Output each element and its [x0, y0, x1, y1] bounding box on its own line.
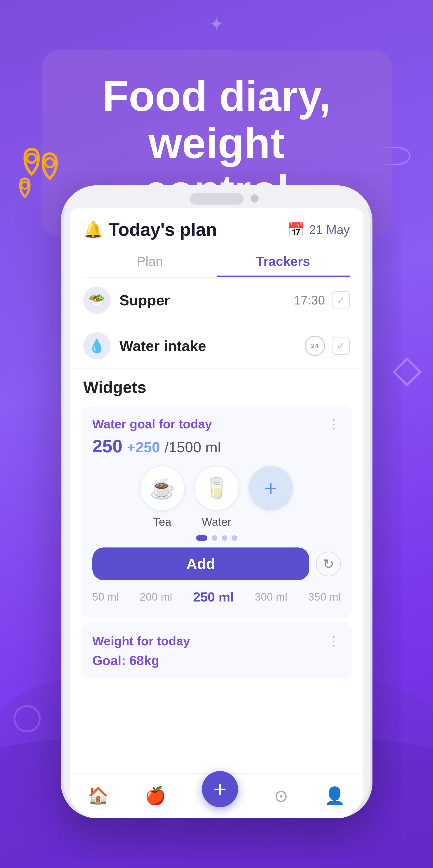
add-water-button[interactable]: Add: [92, 548, 309, 580]
amount-200[interactable]: 200 ml: [140, 591, 172, 603]
page-title: Today's plan: [109, 219, 217, 240]
add-drink-item[interactable]: +: [248, 466, 293, 528]
nav-add-button[interactable]: +: [202, 771, 238, 807]
top-bar-left: 🔔 Today's plan: [84, 219, 217, 240]
water-intake-list-item[interactable]: 💧 Water intake 24 ✓: [70, 323, 363, 369]
phone-content: 🔔 Today's plan 📅 21 May Plan Trackers 🥗 …: [70, 208, 363, 802]
profile-icon: 👤: [324, 786, 345, 806]
tab-trackers[interactable]: Trackers: [216, 247, 350, 277]
nav-home[interactable]: 🏠: [88, 786, 109, 806]
amount-300[interactable]: 300 ml: [255, 591, 287, 603]
water-circle: 🥛: [194, 466, 239, 511]
tabs-bar: Plan Trackers: [84, 247, 350, 278]
water-widget-card: Water goal for today ⋮ 250 +250 /1500 ml…: [81, 405, 352, 618]
weight-goal: Goal: 68kg: [92, 653, 341, 668]
bell-icon: 🔔: [84, 220, 103, 239]
weight-widget-menu[interactable]: ⋮: [328, 634, 341, 648]
current-amount: 250: [92, 436, 123, 457]
phone-notch-area: [61, 185, 372, 208]
water-intake-label: Water intake: [120, 338, 305, 354]
tab-plan[interactable]: Plan: [84, 247, 216, 277]
phone-mockup: 🔔 Today's plan 📅 21 May Plan Trackers 🥗 …: [61, 185, 372, 818]
top-bar: 🔔 Today's plan 📅 21 May: [70, 208, 363, 247]
calendar-icon: 📅: [288, 222, 304, 238]
water-amounts-row: 250 +250 /1500 ml: [92, 436, 341, 457]
nav-food[interactable]: 🍎: [145, 786, 166, 806]
amount-250[interactable]: 250 ml: [193, 589, 234, 604]
water-drop-icon: 💧: [88, 338, 105, 354]
dot-4: [232, 535, 237, 541]
supper-label: Supper: [120, 292, 294, 309]
water-widget-menu[interactable]: ⋮: [328, 417, 341, 431]
date-area: 📅 21 May: [288, 222, 349, 238]
tea-drink-item[interactable]: ☕ Tea: [140, 466, 185, 528]
quick-amounts-row: 50 ml 200 ml 250 ml 300 ml 350 ml: [92, 587, 341, 607]
amount-50[interactable]: 50 ml: [92, 591, 119, 603]
refresh-button[interactable]: ↻: [316, 552, 341, 577]
nav-stats[interactable]: ⊙: [274, 786, 288, 806]
water-icon-wrap: 💧: [84, 332, 110, 360]
supper-checkbox[interactable]: ✓: [332, 291, 350, 309]
drink-options: ☕ Tea 🥛 Water +: [92, 466, 341, 528]
phone-camera: [251, 194, 259, 203]
weight-widget-title: Weight for today: [92, 634, 190, 648]
water-label: Water: [202, 515, 232, 528]
plus-amount: +250: [127, 439, 160, 456]
dot-1: [196, 535, 207, 541]
supper-time: 17:30: [294, 293, 325, 307]
supper-list-item[interactable]: 🥗 Supper 17:30 ✓: [70, 278, 363, 323]
dot-3: [222, 535, 227, 541]
tea-label: Tea: [153, 515, 171, 528]
date-label: 21 May: [309, 222, 349, 237]
dot-2: [212, 535, 217, 541]
svg-point-1: [45, 158, 54, 167]
star-decoration: ✦: [209, 13, 224, 35]
tea-circle: ☕: [140, 466, 185, 511]
weight-widget-card: Weight for today ⋮ Goal: 68kg: [81, 622, 352, 679]
total-amount: /1500 ml: [164, 439, 221, 456]
water-widget-title: Water goal for today: [92, 417, 212, 431]
svg-point-0: [27, 154, 36, 163]
home-icon: 🏠: [88, 786, 109, 806]
svg-point-2: [22, 182, 28, 189]
supper-icon: 🥗: [88, 292, 105, 308]
add-button-row: Add ↻: [92, 548, 341, 580]
water-widget-header: Water goal for today ⋮: [92, 417, 341, 431]
bottom-navigation: 🏠 🍎 + ⊙ 👤: [70, 773, 363, 818]
weight-widget-header: Weight for today ⋮: [92, 634, 341, 648]
widgets-section-title: Widgets: [70, 369, 363, 401]
add-drink-circle: +: [248, 466, 293, 511]
stats-icon: ⊙: [274, 786, 288, 806]
supper-icon-wrap: 🥗: [84, 287, 110, 314]
amount-350[interactable]: 350 ml: [308, 591, 341, 603]
water-drink-item[interactable]: 🥛 Water: [194, 466, 239, 528]
food-icon: 🍎: [145, 786, 166, 806]
diamond-decoration: [393, 358, 421, 386]
water-checkbox[interactable]: ✓: [332, 337, 350, 355]
24hr-badge: 24: [305, 336, 325, 356]
carousel-pagination: [92, 535, 341, 541]
phone-notch: [190, 193, 244, 205]
nav-profile[interactable]: 👤: [324, 786, 345, 806]
